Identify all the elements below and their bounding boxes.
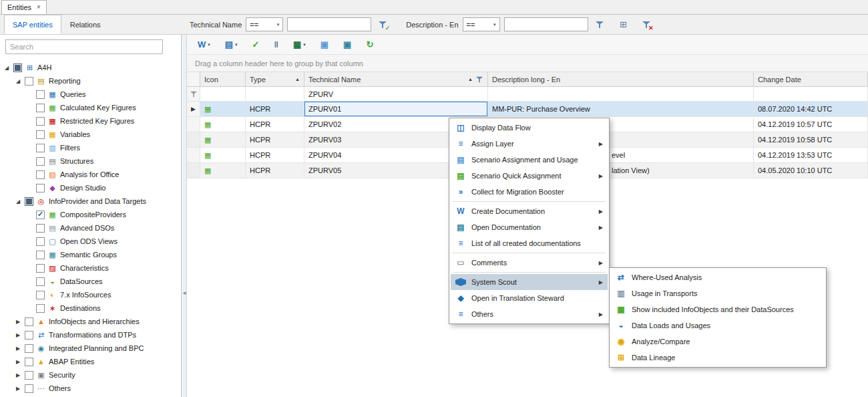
column-header-change-date[interactable]: Change Date: [754, 72, 868, 86]
tree-item-a4h[interactable]: ◢ ⊞ A4H: [0, 61, 181, 74]
tree-item-compositeproviders[interactable]: ▦ CompositeProviders: [0, 208, 181, 221]
tree-item-structures[interactable]: ▤ Structures: [0, 154, 181, 168]
tree-checkbox[interactable]: [36, 277, 45, 286]
filter-panel-button[interactable]: ⊞: [616, 17, 631, 32]
filter-cell-description[interactable]: [488, 87, 754, 101]
menu-item-usage-in-transports[interactable]: ▥ Usage in Transports: [611, 285, 825, 301]
tree-item-reporting[interactable]: ◢ ▤ Reporting: [0, 74, 181, 88]
menu-item-data-lineage[interactable]: ⊞ Data Lineage: [611, 350, 825, 366]
tree-checkbox[interactable]: [25, 317, 33, 326]
expand-arrow-icon[interactable]: ▶: [14, 346, 22, 352]
menu-item-analyze-compare[interactable]: ◉ Analyze/Compare: [611, 334, 825, 350]
expand-arrow-icon[interactable]: ▶: [14, 372, 22, 378]
tree-item-transformations-and-dtps[interactable]: ▶ ⇄ Transformations and DTPs: [0, 328, 181, 342]
tree-checkbox[interactable]: [36, 237, 45, 246]
menu-item-create-documentation[interactable]: W Create Documentation ▶: [451, 203, 608, 219]
menu-item-scenario-quick-assignment[interactable]: ▤ Scenario Quick Assignment ▶: [451, 168, 608, 184]
column-header-technical-name[interactable]: Technical Name ▲: [304, 72, 488, 86]
search-input[interactable]: [5, 39, 163, 54]
export-button[interactable]: ▦ ▾: [290, 37, 308, 53]
tab-relations[interactable]: Relations: [61, 15, 110, 34]
edit-check-button[interactable]: ✓: [250, 37, 262, 53]
filter-cell-technical-name[interactable]: ZPURV: [304, 87, 488, 101]
tree-item-infoobjects-and-hierarchies[interactable]: ▶ ▲ InfoObjects and Hierarchies: [0, 315, 181, 328]
menu-item-where-used-analysis[interactable]: ⇄ Where-Used Analysis: [611, 269, 825, 285]
table-row[interactable]: ▶ ▦ HCPR ZPURV01 MM-PUR: Purchase Overvi…: [187, 102, 868, 117]
panel-splitter[interactable]: ◄: [182, 35, 187, 397]
tree-item-restricted-key-figures[interactable]: ▦ Restricted Key Figures: [0, 114, 181, 128]
refresh-button[interactable]: ↻: [363, 37, 376, 53]
menu-item-comments[interactable]: ▭ Comments ▶: [451, 255, 608, 271]
tab-entities[interactable]: Entities ×: [1, 0, 47, 14]
create-documentation-button[interactable]: W ▾: [195, 37, 213, 53]
tree-checkbox[interactable]: [36, 130, 45, 139]
tree-checkbox[interactable]: [36, 251, 45, 259]
tree-checkbox[interactable]: [13, 63, 22, 72]
tree-checkbox[interactable]: [36, 264, 45, 273]
tree-item-infoprovider-and-data-targets[interactable]: ◢ ◎ InfoProvider and Data Targets: [0, 194, 181, 208]
tree-checkbox[interactable]: [36, 170, 45, 179]
close-tab-icon[interactable]: ×: [37, 4, 41, 11]
chevron-down-icon[interactable]: ▾: [208, 42, 210, 47]
column-header-type[interactable]: Type ▲: [246, 72, 304, 86]
menu-item-list-of-all-created-documentations[interactable]: ≡ List of all created documentations: [451, 235, 608, 251]
tree-item-queries[interactable]: ▦ Queries: [0, 88, 181, 101]
menu-item-data-loads-and-usages[interactable]: ◒ Data Loads and Usages: [611, 317, 825, 334]
group-by-panel[interactable]: Drag a column header here to group by th…: [187, 55, 868, 72]
chevron-down-icon[interactable]: ▾: [235, 42, 238, 47]
apply-filter-button[interactable]: [592, 17, 607, 32]
open-documentation-button[interactable]: ▤ ▾: [222, 37, 240, 53]
filter-cell-type[interactable]: [246, 87, 304, 101]
column-header-description[interactable]: Description long - En: [488, 72, 754, 86]
expand-arrow-icon[interactable]: ◢: [14, 78, 22, 84]
expand-arrow-icon[interactable]: ▶: [14, 332, 22, 338]
tree-item-integrated-planning-and-bpc[interactable]: ▶ ◉ Integrated Planning and BPC: [0, 342, 181, 355]
tree-item-security[interactable]: ▶ ▣ Security: [0, 368, 181, 382]
expand-arrow-icon[interactable]: ◢: [3, 65, 11, 71]
copy-button[interactable]: ▣: [318, 37, 331, 53]
filter-edit-button[interactable]: ✓: [375, 17, 390, 32]
expand-arrow-icon[interactable]: ◢: [14, 198, 22, 205]
expand-arrow-icon[interactable]: ▶: [14, 386, 22, 392]
description-operator-select[interactable]: == ▾: [463, 17, 500, 31]
tree-item-characteristics[interactable]: ▨ Characteristics: [0, 261, 181, 275]
tree-checkbox[interactable]: [36, 90, 45, 99]
tree-checkbox[interactable]: [36, 211, 45, 219]
filter-cell-icon[interactable]: [200, 87, 246, 101]
chevron-down-icon[interactable]: ▾: [303, 42, 306, 47]
tree-item-destinations[interactable]: ∗ Destinations: [0, 301, 181, 315]
tree-checkbox[interactable]: [25, 344, 33, 353]
menu-item-show-included-infoobjects-and-their-datasources[interactable]: ▦ Show included InfoObjects and their Da…: [611, 301, 825, 317]
copy-grid-button[interactable]: ▣: [341, 37, 354, 53]
expand-arrow-icon[interactable]: ▶: [14, 319, 22, 325]
clear-filter-button[interactable]: ✕: [639, 17, 654, 32]
tree-checkbox[interactable]: [25, 77, 33, 86]
tree-checkbox[interactable]: [36, 117, 45, 126]
tab-sap-entities[interactable]: SAP entities: [4, 15, 61, 34]
tree-item-variables[interactable]: ▦ Variables: [0, 128, 181, 141]
tree-checkbox[interactable]: [25, 371, 33, 380]
tree-checkbox[interactable]: [36, 291, 45, 299]
menu-item-assign-layer[interactable]: ≡ Assign Layer ▶: [451, 136, 608, 152]
cell-technical-name[interactable]: ZPURV01: [304, 102, 488, 116]
tree-item-semantic-groups[interactable]: ▦ Semantic Groups: [0, 248, 181, 261]
menu-item-open-in-translation-steward[interactable]: ◆ Open in Translation Steward: [451, 290, 608, 306]
tree-checkbox[interactable]: [25, 197, 33, 206]
menu-item-others[interactable]: ≡ Others ▶: [451, 306, 608, 322]
tree-item-datasources[interactable]: ◒ DataSources: [0, 275, 181, 288]
collapse-panel-icon[interactable]: ◄: [182, 290, 187, 296]
tree-item-open-ods-views[interactable]: ▢ Open ODS Views: [0, 235, 181, 248]
tree-checkbox[interactable]: [25, 358, 33, 366]
columns-button[interactable]: ‖: [272, 37, 281, 53]
tree-item-7-x-infosources[interactable]: ◐ 7.x InfoSources: [0, 288, 181, 301]
menu-item-system-scout[interactable]: System Scout ▶: [451, 274, 608, 290]
menu-item-open-documentation[interactable]: ▤ Open Documentation ▶: [451, 219, 608, 235]
filter-cell-change-date[interactable]: [754, 87, 868, 101]
tree-item-calculated-key-figures[interactable]: ▦ Calculated Key Figures: [0, 101, 181, 114]
tree-checkbox[interactable]: [25, 384, 33, 393]
column-header-icon[interactable]: Icon: [200, 72, 246, 86]
tree-item-filters[interactable]: ▥ Filters: [0, 141, 181, 154]
column-filter-icon[interactable]: [476, 76, 483, 82]
technical-name-filter-input[interactable]: [287, 17, 371, 31]
expand-arrow-icon[interactable]: ▶: [14, 359, 22, 365]
